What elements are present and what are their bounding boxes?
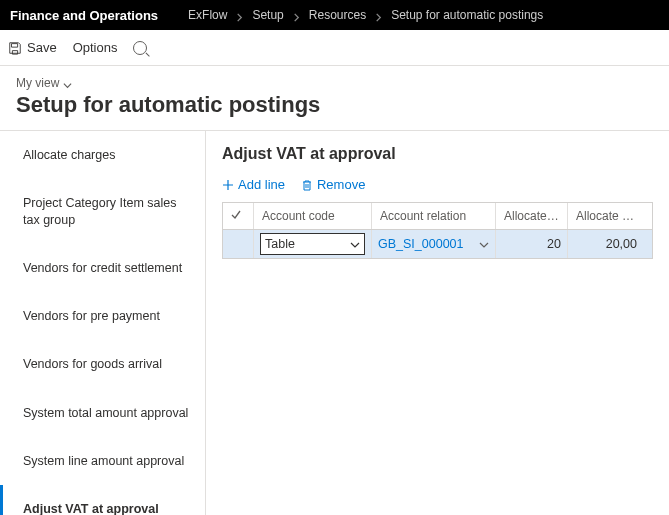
column-allocate-vat[interactable]: Allocate VAT di... [495, 203, 567, 229]
chevron-down-icon [350, 239, 360, 249]
breadcrumb-item[interactable]: Setup [252, 8, 283, 22]
table-row[interactable]: Table GB_SI_000001 20 20,00 [223, 230, 652, 258]
cell-allocate-tax[interactable]: 20,00 [567, 230, 643, 258]
column-account-relation[interactable]: Account relation [371, 203, 495, 229]
options-label: Options [73, 40, 118, 55]
grid-header: Account code Account relation Allocate V… [223, 203, 652, 230]
add-line-label: Add line [238, 177, 285, 192]
grid-toolbar: Add line Remove [222, 177, 653, 192]
nav-item-vendors-goods[interactable]: Vendors for goods arrival [0, 340, 205, 388]
account-relation-value[interactable]: GB_SI_000001 [378, 237, 464, 251]
nav-item-vendors-prepay[interactable]: Vendors for pre payment [0, 292, 205, 340]
options-button[interactable]: Options [73, 40, 118, 55]
nav-item-system-total[interactable]: System total amount approval [0, 389, 205, 437]
page-title: Setup for automatic postings [16, 92, 653, 118]
cell-account-code[interactable]: Table [253, 230, 371, 258]
nav-item-vendors-credit[interactable]: Vendors for credit settlement [0, 244, 205, 292]
app-name: Finance and Operations [10, 8, 158, 23]
section-title: Adjust VAT at approval [222, 145, 653, 163]
breadcrumb-item[interactable]: ExFlow [188, 8, 227, 22]
save-label: Save [27, 40, 57, 55]
content-area: Allocate charges Project Category Item s… [0, 130, 669, 515]
column-allocate-tax[interactable]: Allocate tax dif... [567, 203, 643, 229]
column-account-code[interactable]: Account code [253, 203, 371, 229]
row-selector[interactable] [223, 230, 253, 258]
check-icon [231, 209, 241, 219]
nav-item-project-category[interactable]: Project Category Item sales tax group [0, 179, 205, 244]
data-grid: Account code Account relation Allocate V… [222, 202, 653, 259]
save-button[interactable]: Save [8, 40, 57, 55]
side-nav: Allocate charges Project Category Item s… [0, 130, 205, 515]
save-icon [8, 41, 22, 55]
search-icon [133, 41, 147, 55]
nav-item-adjust-vat[interactable]: Adjust VAT at approval [0, 485, 205, 515]
nav-item-system-line[interactable]: System line amount approval [0, 437, 205, 485]
add-line-button[interactable]: Add line [222, 177, 285, 192]
remove-label: Remove [317, 177, 365, 192]
remove-button[interactable]: Remove [301, 177, 365, 192]
search-button[interactable] [133, 41, 147, 55]
page-header: My view Setup for automatic postings [0, 66, 669, 130]
main-panel: Adjust VAT at approval Add line Remove A… [205, 130, 669, 515]
breadcrumb-item[interactable]: Resources [309, 8, 366, 22]
command-bar: Save Options [0, 30, 669, 66]
view-label: My view [16, 76, 59, 90]
cell-allocate-vat[interactable]: 20 [495, 230, 567, 258]
chevron-right-icon [292, 11, 301, 20]
breadcrumb-item[interactable]: Setup for automatic postings [391, 8, 543, 22]
column-select-all[interactable] [223, 203, 253, 229]
nav-item-allocate-charges[interactable]: Allocate charges [0, 131, 205, 179]
top-nav-bar: Finance and Operations ExFlow Setup Reso… [0, 0, 669, 30]
chevron-down-icon [479, 239, 489, 249]
plus-icon [222, 179, 234, 191]
account-code-value: Table [265, 237, 295, 251]
account-code-dropdown[interactable]: Table [260, 233, 365, 255]
cell-account-relation[interactable]: GB_SI_000001 [371, 230, 495, 258]
chevron-right-icon [374, 11, 383, 20]
chevron-down-icon [63, 79, 72, 88]
view-selector[interactable]: My view [16, 76, 653, 90]
trash-icon [301, 179, 313, 191]
chevron-right-icon [235, 11, 244, 20]
